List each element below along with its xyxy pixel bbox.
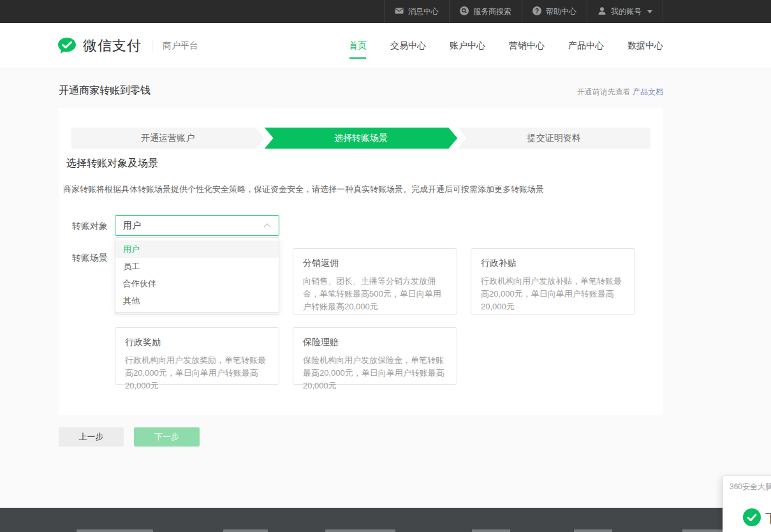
scene-card-distribution-commission[interactable]: 分销返佣 向销售、团长、主播等分销方发放佣金，单笔转账最高500元，单日向单用户… — [293, 248, 457, 314]
footer-bar — [0, 508, 771, 532]
brand[interactable]: 微信支付 商户平台 — [57, 23, 198, 68]
step-label: 选择转账场景 — [334, 133, 388, 144]
security-popup-row[interactable]: 下 — [730, 508, 771, 529]
nav-item-label: 数据中心 — [628, 40, 663, 52]
step-label: 提交证明资料 — [527, 133, 581, 144]
nav-item-label: 营销中心 — [509, 40, 545, 52]
brand-divider — [152, 40, 152, 52]
nav-item-label: 首页 — [349, 40, 367, 52]
nav-item-transactions[interactable]: 交易中心 — [390, 23, 426, 68]
nav-item-account-center[interactable]: 账户中心 — [450, 23, 485, 68]
dropdown-option-other[interactable]: 其他 — [115, 292, 279, 309]
step-label: 开通运营账户 — [141, 133, 195, 144]
scene-card-description: 行政机构向用户发放奖励，单笔转账最高20,000元，单日向单用户转账最高20,0… — [125, 354, 269, 392]
step-choose-scene: 选择转账场景 — [265, 128, 458, 149]
doc-hint-text: 开通前请先查看 — [577, 87, 633, 96]
topbar-item-help[interactable]: ? 帮助中心 — [522, 0, 587, 23]
footer-cutoff-text — [77, 529, 733, 532]
svg-text:?: ? — [535, 7, 539, 14]
transfer-scene-label: 转账场景 — [72, 253, 108, 264]
doc-hint: 开通前请先查看 产品文档 — [577, 87, 663, 98]
section-heading: 选择转账对象及场景 — [66, 157, 158, 170]
transfer-target-dropdown: 用户 员工 合作伙伴 其他 — [115, 237, 279, 313]
main-nav: 首页 交易中心 账户中心 营销中心 产品中心 数据中心 — [349, 23, 663, 68]
nav-item-product-center[interactable]: 产品中心 — [568, 23, 604, 68]
search-icon — [460, 6, 469, 17]
brand-subtitle: 商户平台 — [163, 40, 198, 52]
topbar-item-label: 我的账号 — [611, 6, 642, 17]
transfer-target-select[interactable]: 用户 — [115, 215, 279, 236]
step-submit-proof: 提交证明资料 — [457, 128, 650, 149]
scene-card-title: 保险理赔 — [303, 337, 447, 348]
nav-item-home[interactable]: 首页 — [349, 23, 367, 68]
select-value: 用户 — [123, 220, 141, 232]
brand-name: 微信支付 — [83, 36, 142, 55]
scene-card-title: 行政奖励 — [125, 337, 269, 348]
nav-item-marketing-center[interactable]: 营销中心 — [509, 23, 545, 68]
help-icon: ? — [532, 6, 541, 17]
main-panel: 开通运营账户 选择转账场景 提交证明资料 选择转账对象及场景 商家转账将根据具体… — [59, 108, 663, 415]
topbar-menu: 消息中心 服务商搜索 ? 帮助中心 我的账号 — [384, 0, 663, 23]
nav-item-label: 账户中心 — [450, 40, 485, 52]
product-doc-link[interactable]: 产品文档 — [633, 87, 663, 96]
security-popup: 360安全大脑 下 — [723, 475, 771, 532]
caret-down-icon — [647, 10, 652, 13]
scene-card-admin-subsidy[interactable]: 行政补贴 行政机构向用户发放补贴，单笔转账最高20,000元，单日向单用户转账最… — [471, 248, 635, 314]
security-popup-title: 360安全大脑 — [730, 482, 771, 492]
chevron-up-icon — [263, 223, 271, 228]
page-title: 开通商家转账到零钱 — [59, 84, 151, 98]
screen: 消息中心 服务商搜索 ? 帮助中心 我的账号 — [0, 0, 771, 532]
scene-card-insurance-claim[interactable]: 保险理赔 保险机构向用户发放保险金，单笔转账最高20,000元，单日向单用户转账… — [293, 327, 457, 385]
scene-card-description: 行政机构向用户发放补贴，单笔转账最高20,000元，单日向单用户转账最高20,0… — [481, 275, 625, 313]
title-row: 开通商家转账到零钱 开通前请先查看 产品文档 — [59, 84, 663, 98]
dropdown-option-user[interactable]: 用户 — [115, 240, 279, 258]
prev-step-button[interactable]: 上一步 — [59, 427, 124, 447]
scene-card-admin-reward[interactable]: 行政奖励 行政机构向用户发放奖励，单笔转账最高20,000元，单日向单用户转账最… — [115, 327, 279, 385]
topbar: 消息中心 服务商搜索 ? 帮助中心 我的账号 — [0, 0, 771, 23]
check-circle-icon — [743, 508, 761, 529]
user-icon — [598, 6, 606, 17]
dropdown-option-employee[interactable]: 员工 — [115, 258, 279, 275]
nav-item-label: 交易中心 — [390, 40, 426, 52]
step-indicator: 开通运营账户 选择转账场景 提交证明资料 — [71, 128, 650, 149]
scene-card-description: 保险机构向用户发放保险金，单笔转账最高20,000元，单日向单用户转账最高20,… — [303, 354, 447, 392]
next-step-button[interactable]: 下一步 — [134, 427, 200, 447]
topbar-item-label: 服务商搜索 — [473, 6, 511, 17]
scene-card-title: 分销返佣 — [303, 258, 447, 269]
scene-card-description: 向销售、团长、主播等分销方发放佣金，单笔转账最高500元，单日向单用户转账最高2… — [303, 275, 447, 313]
nav-item-label: 产品中心 — [568, 40, 604, 52]
topbar-item-label: 帮助中心 — [546, 6, 576, 17]
transfer-target-label: 转账对象 — [72, 221, 108, 232]
wechat-pay-logo-icon — [57, 37, 77, 55]
header: 微信支付 商户平台 首页 交易中心 账户中心 营销中心 产品中心 数据中心 — [0, 23, 771, 68]
topbar-item-account[interactable]: 我的账号 — [587, 0, 663, 23]
topbar-item-label: 消息中心 — [408, 6, 439, 17]
dropdown-option-partner[interactable]: 合作伙伴 — [115, 275, 279, 292]
topbar-item-messages[interactable]: 消息中心 — [384, 0, 449, 23]
step-open-account: 开通运营账户 — [71, 128, 265, 149]
nav-item-data-center[interactable]: 数据中心 — [628, 23, 663, 68]
security-popup-action: 下 — [765, 510, 771, 527]
mail-icon — [395, 7, 404, 16]
topbar-item-service-search[interactable]: 服务商搜索 — [449, 0, 522, 23]
section-description: 商家转账将根据具体转账场景提供个性化安全策略，保证资金安全，请选择一种真实转账场… — [63, 184, 544, 195]
scene-card-title: 行政补贴 — [481, 258, 625, 269]
